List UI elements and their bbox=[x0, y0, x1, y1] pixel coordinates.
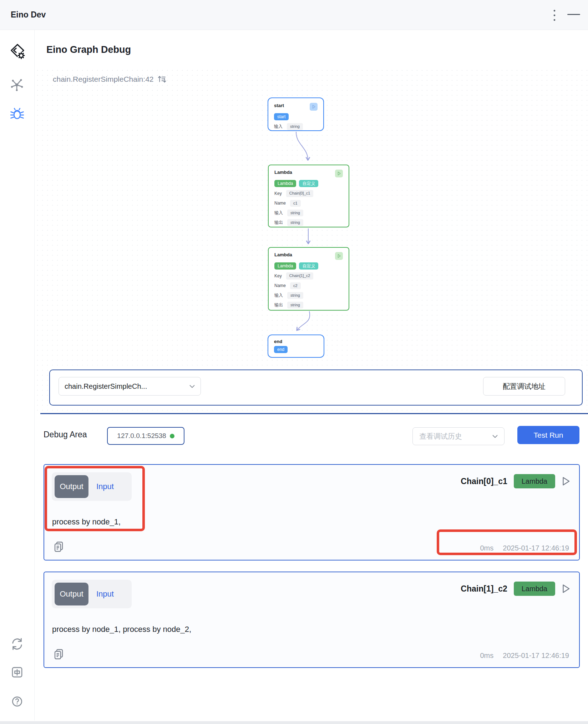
node-type-badge: Lambda bbox=[514, 474, 555, 488]
sidebar-item-orchestration[interactable] bbox=[9, 76, 25, 92]
window-bottom-edge bbox=[0, 721, 588, 724]
run-node-icon[interactable] bbox=[562, 476, 571, 486]
copy-icon[interactable] bbox=[54, 648, 64, 660]
node-row-label: 输入 bbox=[274, 210, 283, 216]
chevron-down-icon bbox=[189, 385, 195, 388]
app-window: Eino Dev bbox=[0, 0, 588, 724]
output-input-tabs: Output Input bbox=[52, 580, 132, 608]
node-row-label: 输出 bbox=[274, 302, 283, 308]
sidebar-item-help[interactable] bbox=[9, 693, 25, 710]
breadcrumb: chain.RegisterSimpleChain:42 bbox=[53, 75, 166, 84]
node-row-value: string bbox=[287, 123, 303, 130]
node-row-label: 输入 bbox=[274, 124, 283, 130]
output-input-tabs: Output Input bbox=[52, 472, 132, 501]
debug-history-select[interactable]: 查看调试历史 bbox=[412, 427, 505, 445]
output-content: process by node_1, process by node_2, bbox=[52, 625, 191, 634]
node-row-value: string bbox=[287, 219, 303, 226]
node-row-value: c1 bbox=[290, 200, 301, 207]
node-row-value: Chain[0]_c1 bbox=[286, 190, 314, 197]
debug-result-card: Output Input Chain[1]_c2 Lambda process … bbox=[44, 572, 580, 668]
node-title: start bbox=[274, 103, 284, 108]
debug-area-title: Debug Area bbox=[44, 430, 87, 439]
sidebar-item-refresh[interactable] bbox=[9, 636, 25, 652]
node-badge: end bbox=[274, 346, 288, 353]
output-content: process by node_1, bbox=[52, 517, 121, 527]
debug-address: 127.0.0.1:52538 bbox=[117, 432, 166, 440]
node-custom-badge: 自定义 bbox=[299, 262, 318, 270]
app-title: Eino Dev bbox=[11, 10, 46, 20]
run-meta: 0ms 2025-01-17 12:46:19 bbox=[480, 544, 569, 552]
graph-node-end[interactable]: end end bbox=[268, 335, 324, 358]
chevron-down-icon bbox=[492, 435, 498, 438]
node-row-label: 输出 bbox=[274, 220, 283, 226]
node-run-icon[interactable] bbox=[335, 252, 343, 260]
node-row-value: c2 bbox=[290, 282, 301, 289]
graph-select-value: chain.RegisterSimpleCh... bbox=[65, 382, 147, 391]
copy-icon[interactable] bbox=[54, 541, 64, 552]
node-row-label: Key bbox=[274, 273, 282, 278]
node-row-value: Chain[1]_c2 bbox=[286, 272, 314, 279]
minimize-icon[interactable] bbox=[567, 14, 580, 15]
run-meta: 0ms 2025-01-17 12:46:19 bbox=[480, 652, 569, 660]
node-custom-badge: 自定义 bbox=[299, 180, 318, 187]
sidebar bbox=[0, 30, 35, 720]
sidebar-item-language[interactable] bbox=[9, 664, 25, 680]
node-key-label: Chain[1]_c2 bbox=[461, 584, 507, 594]
kebab-menu-icon[interactable] bbox=[552, 9, 557, 22]
graph-node-lambda-c2[interactable]: Lambda Lambda 自定义 KeyChain[1]_c2 Namec2 … bbox=[268, 247, 349, 311]
run-node-icon[interactable] bbox=[562, 584, 571, 594]
connected-status-icon bbox=[170, 434, 174, 438]
node-run-icon[interactable] bbox=[310, 103, 318, 111]
node-title: Lambda bbox=[274, 170, 292, 175]
node-title: Lambda bbox=[274, 252, 292, 257]
node-type-badge: Lambda bbox=[514, 582, 555, 596]
graph-node-start[interactable]: start start 输入 string bbox=[268, 97, 324, 131]
eino-logo-icon bbox=[9, 43, 25, 59]
sidebar-item-debug[interactable] bbox=[9, 105, 25, 121]
node-key-label: Chain[0]_c1 bbox=[461, 477, 507, 486]
output-tab[interactable]: Output bbox=[55, 475, 88, 498]
node-badge: start bbox=[274, 113, 289, 120]
timestamp: 2025-01-17 12:46:19 bbox=[503, 652, 569, 660]
test-run-button[interactable]: Test Run bbox=[517, 426, 579, 444]
input-tab[interactable]: Input bbox=[96, 482, 114, 491]
section-divider bbox=[40, 413, 588, 414]
debug-result-card: Output Input Chain[0]_c1 Lambda process … bbox=[44, 464, 580, 560]
page-title: Eino Graph Debug bbox=[46, 44, 131, 55]
graph-select[interactable]: chain.RegisterSimpleCh... bbox=[59, 377, 201, 396]
graph-node-lambda-c1[interactable]: Lambda Lambda 自定义 KeyChain[0]_c1 Namec1 … bbox=[268, 165, 349, 227]
node-run-icon[interactable] bbox=[335, 170, 343, 177]
sort-icon[interactable] bbox=[157, 75, 166, 84]
output-tab[interactable]: Output bbox=[55, 583, 88, 605]
node-type-badge: Lambda bbox=[274, 262, 296, 270]
duration: 0ms bbox=[480, 544, 493, 552]
node-row-value: string bbox=[287, 302, 303, 308]
node-row-label: Name bbox=[274, 283, 286, 288]
node-title: end bbox=[274, 339, 282, 344]
node-row-value: string bbox=[287, 292, 303, 299]
node-row-label: 输入 bbox=[274, 292, 283, 298]
node-type-badge: Lambda bbox=[274, 180, 296, 187]
debug-address-badge: 127.0.0.1:52538 bbox=[107, 427, 184, 445]
duration: 0ms bbox=[480, 652, 493, 660]
node-row-label: Name bbox=[274, 201, 286, 206]
graph-selector-bar: chain.RegisterSimpleCh... 配置调试地址 bbox=[49, 369, 583, 406]
top-bar: Eino Dev bbox=[0, 0, 588, 30]
timestamp: 2025-01-17 12:46:19 bbox=[503, 544, 569, 552]
breadcrumb-label: chain.RegisterSimpleChain:42 bbox=[53, 75, 154, 84]
node-row-label: Key bbox=[274, 191, 282, 196]
configure-debug-address-button[interactable]: 配置调试地址 bbox=[483, 377, 565, 396]
input-tab[interactable]: Input bbox=[96, 589, 114, 599]
node-row-value: string bbox=[287, 210, 303, 216]
